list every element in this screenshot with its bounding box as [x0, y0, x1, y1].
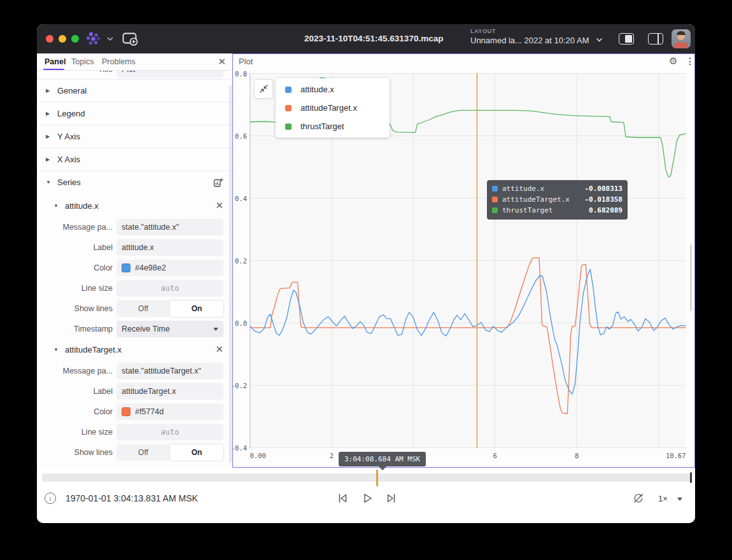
section-y-axis[interactable]: ▶ Y Axis: [37, 125, 232, 148]
show-lines-toggle: Off On: [116, 444, 223, 461]
hover-value-tooltip: attitude.x -0.008313 attitudeTarget.x -0…: [487, 180, 628, 220]
layout-label: LAYOUT: [470, 28, 589, 34]
series-swatch: [492, 207, 498, 213]
app-window: 2023-11-10T04:51:45.631370.mcap LAYOUT U…: [37, 24, 695, 523]
sidebar-tab-bar: Panel Topics Problems ✕: [37, 53, 232, 71]
panel-menu-kebab-icon[interactable]: ⋮: [686, 56, 694, 66]
show-lines-on[interactable]: On: [170, 300, 223, 317]
tab-topics[interactable]: Topics: [71, 53, 94, 70]
minimize-window-button[interactable]: [59, 35, 66, 43]
timeline-scrubber[interactable]: [42, 473, 690, 482]
settings-sidebar: Panel Topics Problems ✕ Title Plot ▶ Gen…: [37, 53, 232, 468]
caret-right-icon: ▶: [46, 157, 53, 162]
line-size-input[interactable]: auto: [116, 424, 223, 440]
screenshot-canvas: 2023-11-10T04:51:45.631370.mcap LAYOUT U…: [0, 0, 732, 560]
timeline-end-marker: [690, 472, 692, 483]
legend-item[interactable]: attitude.x: [276, 80, 390, 99]
loop-disabled-icon[interactable]: [633, 493, 644, 504]
series-fields: Message pa... state."attitudeTarget.x" L…: [37, 363, 232, 461]
caret-down-icon: ▼: [53, 203, 61, 209]
tooltip-row: attitude.x -0.008313: [492, 183, 623, 194]
color-input[interactable]: #f5774d: [116, 403, 223, 420]
layout-name: Unnamed la... 2022 at 10:20 AM: [470, 36, 589, 45]
layout-chevron-icon[interactable]: [596, 38, 603, 42]
y-axis-labels: 0.80.60.40.20.0-0.2-0.4: [232, 73, 248, 448]
active-tab-underline: [43, 69, 64, 71]
current-timestamp[interactable]: 1970-01-01 3:04:13.831 AM MSK: [66, 493, 198, 503]
caret-right-icon: ▶: [46, 111, 53, 116]
tooltip-row: thrustTarget 0.682089: [492, 205, 623, 216]
data-source-chevron-icon[interactable]: [107, 37, 113, 41]
playhead-marker[interactable]: [376, 470, 378, 486]
hover-time-tooltip: 3:04:08.684 AM MSK: [339, 452, 426, 466]
close-sidebar-icon[interactable]: ✕: [218, 56, 226, 67]
label-input[interactable]: attitudeTarget.x: [116, 383, 223, 400]
series-header-attitude-x[interactable]: ▼ attitude.x ✕: [37, 197, 232, 214]
collapse-arrows-icon: [259, 84, 269, 94]
show-lines-off[interactable]: Off: [116, 444, 170, 461]
series-fields: Message pa... state."attitude.x" Label a…: [37, 219, 232, 337]
color-swatch[interactable]: [122, 407, 130, 416]
show-lines-on[interactable]: On: [170, 444, 223, 461]
tab-problems[interactable]: Problems: [102, 53, 136, 70]
legend-swatch: [285, 87, 292, 93]
sidebar-scrollbar[interactable]: [229, 85, 232, 463]
toggle-right-sidebar-icon[interactable]: [648, 33, 663, 45]
layout-selector[interactable]: LAYOUT Unnamed la... 2022 at 10:20 AM: [470, 28, 589, 45]
add-panel-icon[interactable]: [122, 32, 139, 46]
title-field-label: Title: [37, 71, 113, 74]
series-header-attitude-target-x[interactable]: ▼ attitudeTarget.x ✕: [37, 341, 232, 358]
close-window-button[interactable]: [46, 35, 53, 43]
caret-down-icon: ▼: [46, 179, 53, 185]
info-icon[interactable]: i: [45, 493, 56, 504]
seek-forward-icon[interactable]: [385, 492, 398, 505]
legend-swatch: [285, 123, 292, 130]
tooltip-row: attitudeTarget.x -0.018358: [492, 194, 623, 205]
panel-settings-gear-icon[interactable]: ⚙: [669, 55, 677, 67]
line-size-input[interactable]: auto: [116, 280, 223, 297]
toggle-left-sidebar-icon[interactable]: [619, 33, 634, 45]
series-swatch: [492, 186, 498, 192]
add-series-icon[interactable]: [213, 178, 223, 188]
legend-swatch: [285, 105, 292, 111]
remove-series-icon[interactable]: ✕: [215, 200, 223, 211]
play-icon[interactable]: [361, 492, 374, 505]
color-swatch[interactable]: [122, 263, 130, 272]
maximize-window-button[interactable]: [71, 35, 79, 43]
caret-right-icon: ▶: [46, 134, 53, 139]
plot-legend: attitude.x attitudeTarget.x thrustTarget: [276, 78, 390, 137]
message-path-input[interactable]: state."attitudeTarget.x": [116, 363, 223, 379]
playback-speed[interactable]: 1×: [658, 494, 668, 503]
section-legend[interactable]: ▶ Legend: [37, 102, 232, 125]
tab-panel[interactable]: Panel: [45, 53, 66, 70]
speed-chevron-icon[interactable]: [677, 498, 682, 501]
label-input[interactable]: attitude.x: [116, 239, 223, 256]
section-series[interactable]: ▼ Series: [37, 171, 232, 193]
section-x-axis[interactable]: ▶ X Axis: [37, 148, 232, 171]
message-path-input[interactable]: state."attitude.x": [116, 219, 223, 235]
seek-backward-icon[interactable]: [336, 492, 349, 505]
x-axis-labels: 0.00246810.67: [232, 452, 695, 461]
plot-panel: Plot ⚙ ⋮ 0.80.60.40.20.0-0.2-0.4 0.00246…: [232, 53, 695, 468]
legend-item[interactable]: thrustTarget: [276, 117, 390, 136]
data-source-title[interactable]: 2023-11-10T04:51:45.631370.mcap: [304, 24, 443, 53]
playback-bar: i 1970-01-01 3:04:13.831 AM MSK 1×: [37, 468, 695, 523]
timestamp-select[interactable]: Receive Time: [116, 321, 223, 337]
chevron-down-icon: [213, 328, 218, 331]
caret-right-icon: ▶: [46, 88, 53, 94]
color-input[interactable]: #4e98e2: [116, 260, 223, 276]
collapse-legend-button[interactable]: [254, 79, 273, 99]
title-field-input[interactable]: Plot: [116, 71, 223, 78]
panel-scrollbar[interactable]: [690, 244, 692, 311]
panel-title: Plot: [239, 57, 253, 66]
avatar[interactable]: [672, 29, 691, 48]
legend-item[interactable]: attitudeTarget.x: [276, 99, 390, 117]
foxglove-logo-icon[interactable]: [85, 31, 103, 46]
section-general[interactable]: ▶ General: [37, 79, 232, 102]
remove-series-icon[interactable]: ✕: [215, 344, 223, 355]
title-bar: 2023-11-10T04:51:45.631370.mcap LAYOUT U…: [37, 24, 695, 53]
clipped-title-row: Title Plot: [37, 71, 232, 79]
series-swatch: [492, 197, 498, 202]
show-lines-off[interactable]: Off: [116, 300, 170, 317]
tooltip-arrow: [379, 466, 386, 470]
